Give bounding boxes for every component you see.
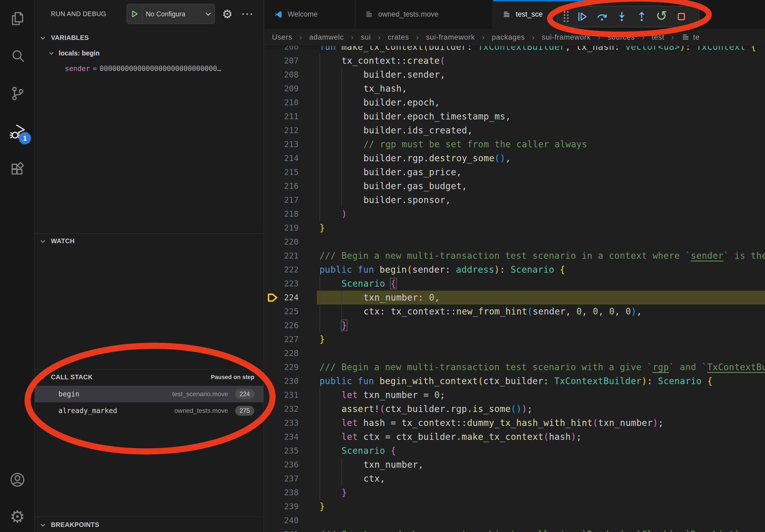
explorer-icon[interactable]	[0, 3, 35, 34]
code-line-211[interactable]: 211builder.epoch_timestamp_ms,	[265, 110, 765, 124]
code-line-239[interactable]: 239}	[265, 500, 765, 513]
gutter[interactable]: 237	[265, 472, 320, 486]
code-line-207[interactable]: 207tx_context::create(	[265, 54, 765, 68]
gutter[interactable]: 239	[265, 500, 320, 513]
tab-owned-tests-move[interactable]: owned_tests.move	[356, 0, 493, 29]
watch-section-header[interactable]: WATCH	[35, 233, 264, 249]
code-line-236[interactable]: 236txn_number,	[265, 458, 765, 472]
code-line-220[interactable]: 220	[265, 235, 765, 249]
breakpoints-section-header[interactable]: BREAKPOINTS	[35, 517, 264, 532]
gutter[interactable]: 224	[265, 291, 320, 305]
call-stack-section-header[interactable]: CALL STACK Paused on step	[35, 369, 264, 385]
gutter[interactable]: 230	[265, 374, 320, 388]
gutter[interactable]: 235	[265, 444, 320, 458]
step-over-button[interactable]	[592, 7, 612, 26]
code-line-213[interactable]: 213// rgp must be set from the caller al…	[265, 137, 765, 151]
continue-button[interactable]	[572, 7, 592, 26]
run-and-debug-icon[interactable]: 1	[0, 117, 35, 148]
breadcrumb-item[interactable]: adamwelc	[309, 33, 344, 42]
restart-button[interactable]: ↺	[652, 7, 671, 26]
code-line-224[interactable]: 224txn_number: 0,	[265, 291, 765, 305]
source-control-icon[interactable]	[0, 78, 35, 109]
gutter[interactable]: 232	[265, 402, 320, 416]
gutter[interactable]: 236	[265, 458, 320, 472]
code-line-214[interactable]: 214builder.rgp.destroy_some(),	[265, 151, 765, 165]
code-line-227[interactable]: 227}	[265, 333, 765, 346]
variables-section-header[interactable]: VARIABLES	[35, 30, 264, 46]
breadcrumb-item[interactable]: test	[652, 33, 664, 42]
code-line-233[interactable]: 233let hash = tx_context::dummy_tx_hash_…	[265, 416, 765, 430]
gutter[interactable]: 214	[265, 151, 320, 165]
breadcrumb-item[interactable]: sui-framework	[542, 33, 591, 42]
code-line-238[interactable]: 238}	[265, 486, 765, 500]
code-line-219[interactable]: 219}	[265, 221, 765, 235]
gutter[interactable]: 217	[265, 193, 320, 207]
gutter[interactable]: 215	[265, 165, 320, 179]
code-line-222[interactable]: 222public fun begin(sender: address): Sc…	[265, 263, 765, 277]
step-into-button[interactable]	[612, 7, 632, 26]
gutter[interactable]: 212	[265, 124, 320, 137]
breadcrumb-item[interactable]: sui	[361, 33, 371, 42]
gutter[interactable]: 227	[265, 333, 320, 346]
code-line-230[interactable]: 230public fun begin_with_context(ctx_bui…	[265, 374, 765, 388]
gutter[interactable]: 209	[265, 82, 320, 96]
code-line-223[interactable]: 223Scenario {	[265, 277, 765, 291]
debug-settings-gear-icon[interactable]: ⚙	[220, 0, 235, 28]
gutter[interactable]: 226	[265, 319, 320, 333]
code-line-229[interactable]: 229/// Begin a new multi-transaction tes…	[265, 360, 765, 374]
code-line-240[interactable]: 240	[265, 513, 765, 527]
breadcrumb-item[interactable]: crates	[388, 33, 409, 42]
call-stack-frame-begin[interactable]: begintest_scenario.move224	[35, 386, 264, 402]
gutter[interactable]: 228	[265, 346, 320, 360]
gutter[interactable]: 220	[265, 235, 320, 249]
toolbar-drag-handle-icon[interactable]	[560, 6, 572, 27]
breadcrumb-item[interactable]: packages	[492, 33, 525, 42]
extensions-icon[interactable]	[0, 154, 35, 186]
gutter[interactable]: 225	[265, 305, 320, 319]
gutter[interactable]: 222	[265, 263, 320, 277]
breadcrumb-item[interactable]: sui-framework	[426, 33, 475, 42]
gutter[interactable]: 234	[265, 430, 320, 444]
code-line-221[interactable]: 221/// Begin a new multi-transaction tes…	[265, 249, 765, 263]
tab-welcome[interactable]: Welcome	[265, 0, 356, 29]
variables-scope-row[interactable]: locals: begin	[35, 46, 264, 61]
gutter[interactable]: 218	[265, 207, 320, 221]
gutter[interactable]: 223	[265, 277, 320, 291]
gutter[interactable]: 211	[265, 110, 320, 124]
code-line-210[interactable]: 210builder.epoch,	[265, 96, 765, 110]
code-line-216[interactable]: 216builder.gas_budget,	[265, 179, 765, 193]
gutter[interactable]: 208	[265, 68, 320, 82]
gutter[interactable]: 207	[265, 54, 320, 68]
code-line-218[interactable]: 218)	[265, 207, 765, 221]
code-line-226[interactable]: 226}	[265, 319, 765, 333]
gutter[interactable]: 221	[265, 249, 320, 263]
gutter[interactable]: 241	[265, 527, 320, 532]
search-icon[interactable]	[0, 40, 35, 72]
code-line-208[interactable]: 208builder.sender,	[265, 68, 765, 82]
gutter[interactable]: 229	[265, 360, 320, 374]
code-line-235[interactable]: 235Scenario {	[265, 444, 765, 458]
code-line-232[interactable]: 232assert!(ctx_builder.rgp.is_some());	[265, 402, 765, 416]
code-line-237[interactable]: 237ctx,	[265, 472, 765, 486]
settings-gear-icon[interactable]: ⚙	[0, 501, 35, 532]
gutter[interactable]: 219	[265, 221, 320, 235]
launch-configuration-dropdown[interactable]: No Configura	[127, 4, 215, 24]
account-icon[interactable]	[0, 464, 35, 496]
breadcrumb-item[interactable]: sources	[608, 33, 635, 42]
gutter[interactable]: 210	[265, 96, 320, 110]
breadcrumb-item[interactable]: Users	[272, 33, 293, 42]
start-debugging-icon[interactable]	[127, 4, 143, 24]
stop-button[interactable]	[671, 7, 691, 26]
breadcrumb-file-item[interactable]: te	[681, 33, 700, 42]
gutter[interactable]: 231	[265, 388, 320, 402]
call-stack-frame-already_marked[interactable]: already_markedowned_tests.move275	[35, 402, 264, 419]
step-out-button[interactable]	[632, 7, 652, 26]
gutter[interactable]: 238	[265, 486, 320, 500]
code-line-228[interactable]: 228	[265, 346, 765, 360]
code-line-212[interactable]: 212builder.ids_created,	[265, 124, 765, 137]
variable-row[interactable]: sender=0000000000000000000000000000…	[35, 61, 264, 76]
gutter[interactable]: 233	[265, 416, 320, 430]
gutter[interactable]: 216	[265, 179, 320, 193]
code-line-234[interactable]: 234let ctx = ctx_builder.make_tx_context…	[265, 430, 765, 444]
code-line-209[interactable]: 209tx_hash,	[265, 82, 765, 96]
